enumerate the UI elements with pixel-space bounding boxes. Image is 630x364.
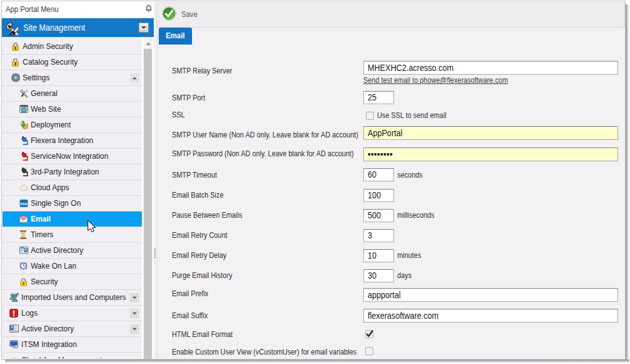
svg-text:SSO: SSO [20, 202, 28, 206]
